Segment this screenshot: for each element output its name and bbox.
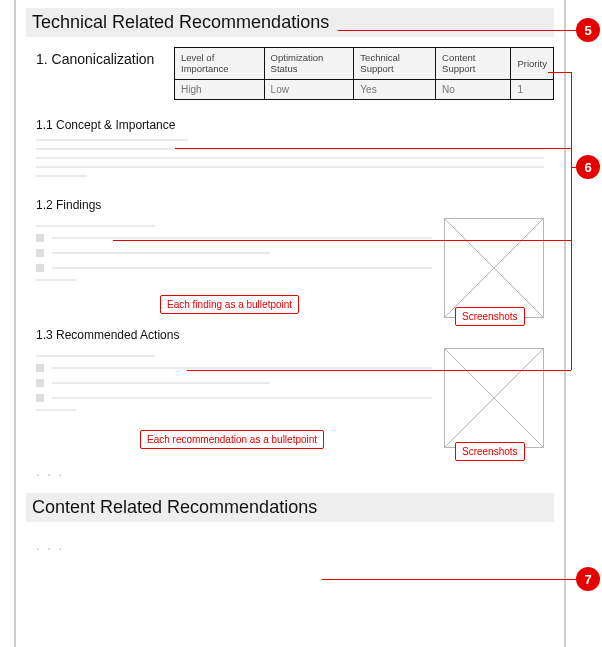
bullet-icon <box>36 249 44 257</box>
screenshot-placeholder <box>444 218 544 318</box>
section-technical-title: Technical Related Recommendations <box>32 12 329 32</box>
bullet-item <box>36 249 432 257</box>
section-content-header: Content Related Recommendations <box>26 493 554 522</box>
subheading-actions: 1.3 Recommended Actions <box>26 328 554 342</box>
bullet-icon <box>36 264 44 272</box>
placeholder-line <box>36 355 155 357</box>
th-content: Content Support <box>436 48 511 80</box>
annotation-5-badge: 5 <box>576 18 600 42</box>
screenshot-placeholder <box>444 348 544 448</box>
th-priority: Priority <box>511 48 554 80</box>
subheading-concept: 1.1 Concept & Importance <box>26 118 554 132</box>
td-tech: Yes <box>354 79 436 99</box>
annotation-connector <box>187 370 571 371</box>
item-number: 1. <box>36 51 48 67</box>
placeholder-line <box>36 225 155 227</box>
th-tech: Technical Support <box>354 48 436 80</box>
td-priority: 1 <box>511 79 554 99</box>
placeholder-line <box>36 279 76 281</box>
placeholder-line <box>52 237 432 239</box>
item-title: 1. Canonicalization <box>26 47 166 67</box>
bullet-item <box>36 379 432 387</box>
table-row: High Low Yes No 1 <box>175 79 554 99</box>
annotation-actions-label: Each recommendation as a bulletpoint <box>140 430 324 449</box>
th-status: Optimization Status <box>264 48 354 80</box>
bullet-icon <box>36 394 44 402</box>
table-header-row: Level of Importance Optimization Status … <box>175 48 554 80</box>
subheading-findings: 1.2 Findings <box>26 198 554 212</box>
item-header-row: 1. Canonicalization Level of Importance … <box>26 47 554 100</box>
th-importance: Level of Importance <box>175 48 265 80</box>
placeholder-line <box>52 397 432 399</box>
bullet-item <box>36 394 432 402</box>
ellipsis: . . . <box>26 532 554 567</box>
annotation-connector <box>322 579 576 580</box>
annotation-7-badge: 7 <box>576 567 600 591</box>
bullet-icon <box>36 364 44 372</box>
ellipsis: . . . <box>26 458 554 493</box>
placeholder-line <box>52 367 432 369</box>
annotation-connector <box>175 148 571 149</box>
td-status: Low <box>264 79 354 99</box>
annotation-screenshot-label-1: Screenshots <box>455 307 525 326</box>
annotation-6-badge: 6 <box>576 155 600 179</box>
annotation-connector <box>113 240 571 241</box>
bullet-icon <box>36 379 44 387</box>
section-technical-header: Technical Related Recommendations <box>26 8 554 37</box>
td-content: No <box>436 79 511 99</box>
info-table: Level of Importance Optimization Status … <box>174 47 554 100</box>
placeholder-line <box>36 157 544 159</box>
placeholder-line <box>52 382 270 384</box>
annotation-connector <box>571 72 572 370</box>
td-importance: High <box>175 79 265 99</box>
placeholder-line <box>36 409 76 411</box>
bullet-item <box>36 264 432 272</box>
placeholder-line <box>36 139 188 141</box>
annotation-connector <box>338 30 576 31</box>
annotation-screenshot-label-2: Screenshots <box>455 442 525 461</box>
bullet-icon <box>36 234 44 242</box>
section-content-title: Content Related Recommendations <box>32 497 317 517</box>
annotation-connector <box>548 72 571 73</box>
placeholder-line <box>36 175 87 177</box>
item-name: Canonicalization <box>52 51 155 67</box>
annotation-findings-label: Each finding as a bulletpoint <box>160 295 299 314</box>
placeholder-line <box>36 166 544 168</box>
placeholder-line <box>52 267 432 269</box>
placeholder-line <box>52 252 270 254</box>
